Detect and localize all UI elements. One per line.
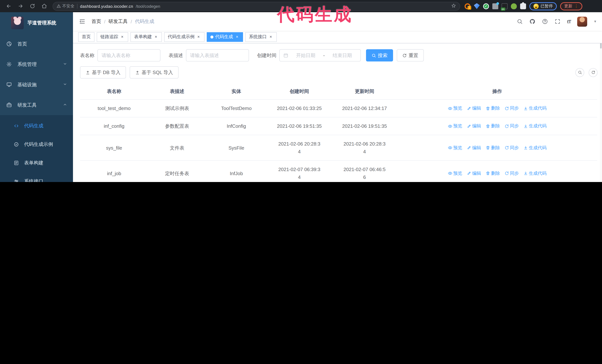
- tab-codegen[interactable]: 代码生成 ×: [207, 32, 243, 42]
- action-label: 删除: [491, 169, 500, 177]
- forward-icon[interactable]: [16, 1, 25, 11]
- breadcrumb-devtools[interactable]: 研发工具: [108, 18, 128, 25]
- bookmark-star-icon[interactable]: [451, 3, 456, 9]
- search-icon[interactable]: [517, 18, 523, 25]
- sidebar-item-codegen[interactable]: 代码生成: [0, 117, 73, 135]
- refresh-table-button[interactable]: [589, 68, 598, 77]
- sidebar-item-home[interactable]: 首页: [0, 34, 73, 54]
- preview-link[interactable]: 预览: [448, 169, 462, 177]
- help-icon[interactable]: [542, 18, 548, 25]
- action-label: 同步: [510, 122, 519, 130]
- tab-codegen-example[interactable]: 代码生成示例 ×: [164, 32, 204, 42]
- edit-link[interactable]: 编辑: [467, 104, 481, 112]
- avatar-caret-icon[interactable]: ▼: [593, 20, 597, 23]
- sync-link[interactable]: 同步: [504, 144, 519, 152]
- edit-link[interactable]: 编辑: [467, 144, 481, 152]
- sidebar-item-label: 系统接口: [24, 178, 43, 182]
- delete-icon: [485, 146, 490, 150]
- sidebar-item-label: 基础设施: [17, 81, 37, 88]
- table-desc-label: 表描述: [169, 52, 183, 59]
- extension-gem-icon[interactable]: [474, 3, 480, 9]
- breadcrumb-separator: /: [130, 19, 132, 24]
- tab-system-api[interactable]: 系统接口 ×: [245, 32, 277, 42]
- reset-button[interactable]: 重置: [397, 49, 424, 62]
- delete-link[interactable]: 删除: [485, 122, 500, 130]
- import-sql-button[interactable]: 基于 SQL 导入: [130, 66, 179, 79]
- browser-update-button[interactable]: 更新 ⋮: [560, 2, 582, 10]
- sidebar-item-devtools[interactable]: 研发工具: [0, 95, 73, 115]
- toggle-search-button[interactable]: [575, 68, 584, 77]
- back-icon[interactable]: [4, 1, 13, 11]
- table-desc-input[interactable]: 请输入表描述: [186, 49, 249, 62]
- annotation-text: 代码生成: [277, 3, 353, 26]
- sidebar-item-system[interactable]: 系统管理: [0, 54, 73, 74]
- generate-code-link[interactable]: 生成代码: [523, 144, 547, 152]
- codegen-table: 表名称 表描述 实体 创建时间 更新时间 操作 tool_test_demo 测…: [80, 83, 597, 182]
- edit-icon: [467, 124, 471, 128]
- close-icon[interactable]: ×: [269, 35, 273, 39]
- sidebar-item-infra[interactable]: 基础设施: [0, 74, 73, 95]
- extension-columns-icon[interactable]: [492, 3, 498, 9]
- extensions-puzzle-icon[interactable]: [520, 3, 526, 9]
- sidebar-item-form-builder[interactable]: 表单构建: [0, 154, 73, 172]
- extension-check-icon[interactable]: ✓: [483, 3, 489, 9]
- cell-updated: 2021-02-06 12:34:17: [332, 100, 397, 117]
- upload-icon: [86, 70, 90, 75]
- font-size-icon[interactable]: tT: [567, 19, 571, 24]
- edit-link[interactable]: 编辑: [467, 169, 481, 177]
- close-icon[interactable]: ×: [120, 35, 124, 39]
- sync-link[interactable]: 同步: [504, 122, 519, 130]
- close-icon[interactable]: ×: [235, 35, 239, 39]
- browser-menu-dots-icon[interactable]: ⋮: [574, 4, 578, 9]
- search-button[interactable]: 搜索: [366, 49, 393, 62]
- table-name-input[interactable]: 请输入表名称: [97, 49, 161, 62]
- cell-updated: 2021-02-06 20:28:3 4: [332, 135, 397, 160]
- sidebar-item-codegen-example[interactable]: 代码生成示例: [0, 135, 73, 154]
- not-secure-warning[interactable]: 不安全: [57, 3, 75, 9]
- edit-link[interactable]: 编辑: [467, 122, 481, 130]
- filter-form: 表名称 请输入表名称 表描述 请输入表描述 创建时间 开始日期 - 结束日期: [80, 49, 598, 62]
- generate-code-link[interactable]: 生成代码: [523, 169, 547, 177]
- sync-link[interactable]: 同步: [504, 104, 519, 112]
- sidebar-item-system-api[interactable]: 系统接口: [0, 172, 73, 182]
- sync-link[interactable]: 同步: [504, 169, 519, 177]
- user-avatar[interactable]: [577, 16, 587, 26]
- github-icon[interactable]: [529, 18, 536, 25]
- cell-table-desc: 文件表: [148, 139, 206, 156]
- cell-actions: 预览编辑删除同步生成代码: [397, 100, 597, 117]
- tab-tracing[interactable]: 链路追踪 ×: [97, 32, 128, 42]
- preview-link[interactable]: 预览: [448, 104, 462, 112]
- generate-code-link[interactable]: 生成代码: [523, 122, 547, 130]
- extension-dark-icon[interactable]: on: [502, 3, 507, 9]
- sync-icon: [504, 106, 509, 111]
- delete-icon: [485, 124, 490, 128]
- url-bar[interactable]: 不安全 dashboard.yudao.iocoder.cn/tool/code…: [53, 2, 460, 10]
- emoji-face-icon: [533, 3, 539, 9]
- generate-code-link[interactable]: 生成代码: [523, 104, 547, 112]
- delete-link[interactable]: 删除: [485, 169, 500, 177]
- paused-extension-button[interactable]: 已暂停: [529, 2, 557, 10]
- preview-link[interactable]: 预览: [448, 122, 462, 130]
- import-db-button[interactable]: 基于 DB 导入: [80, 66, 126, 79]
- app-logo-row[interactable]: 芋道管理系统: [0, 12, 73, 34]
- close-icon[interactable]: ×: [196, 35, 201, 39]
- tab-home[interactable]: 首页: [78, 32, 95, 42]
- extension-frog-icon[interactable]: [511, 3, 517, 9]
- home-icon[interactable]: [39, 1, 49, 11]
- fullscreen-icon[interactable]: [555, 18, 561, 25]
- reload-icon[interactable]: [27, 1, 37, 11]
- extension-orange-icon[interactable]: 1: [464, 3, 471, 9]
- cell-table-desc: 定时任务表: [148, 165, 206, 182]
- preview-link[interactable]: 预览: [448, 144, 462, 152]
- breadcrumb-separator: /: [104, 19, 105, 24]
- page-content: 表名称 请输入表名称 表描述 请输入表描述 创建时间 开始日期 - 结束日期: [73, 43, 602, 182]
- delete-link[interactable]: 删除: [485, 104, 500, 112]
- delete-link[interactable]: 删除: [485, 144, 500, 152]
- dashboard-icon: [6, 41, 12, 47]
- close-icon[interactable]: ×: [154, 35, 158, 39]
- tab-form-builder[interactable]: 表单构建 ×: [130, 32, 162, 42]
- sidebar-item-label: 代码生成示例: [24, 141, 53, 148]
- breadcrumb-home[interactable]: 首页: [92, 18, 101, 25]
- hamburger-icon[interactable]: [77, 17, 87, 26]
- create-time-range-picker[interactable]: 开始日期 - 结束日期: [279, 49, 361, 62]
